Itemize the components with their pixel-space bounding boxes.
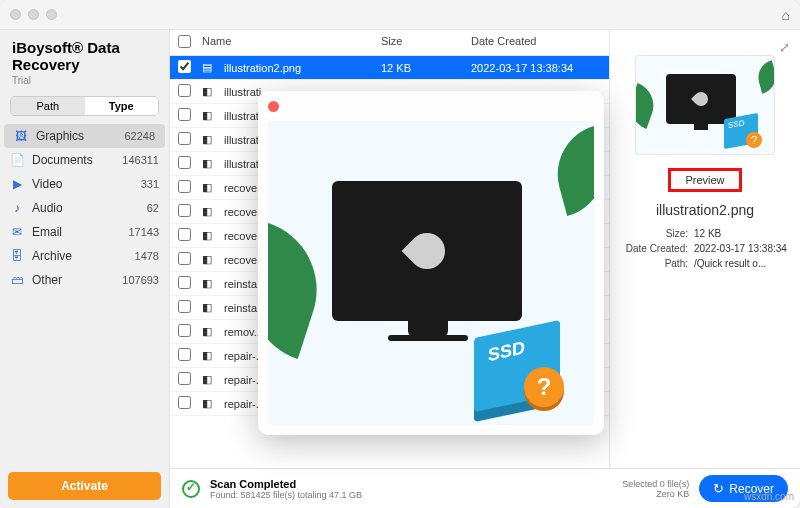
file-icon: ◧ <box>202 253 218 266</box>
preview-thumbnail: ? <box>635 55 775 155</box>
scan-complete-icon <box>182 480 200 498</box>
preview-date: 2022-03-17 13:38:34 <box>694 243 790 254</box>
row-checkbox[interactable] <box>178 348 191 361</box>
col-date[interactable]: Date Created <box>471 35 601 50</box>
preview-size: 12 KB <box>694 228 790 239</box>
home-icon[interactable]: ⌂ <box>782 7 790 23</box>
row-checkbox[interactable] <box>178 252 191 265</box>
preview-popup: SSD ? <box>258 91 604 435</box>
row-checkbox[interactable] <box>178 84 191 97</box>
sidebar-item-other[interactable]: 🗃Other107693 <box>0 268 169 292</box>
tab-type[interactable]: Type <box>85 97 159 115</box>
row-checkbox[interactable] <box>178 60 191 73</box>
row-checkbox[interactable] <box>178 204 191 217</box>
preview-path: /Quick result o... <box>694 258 790 269</box>
category-icon: ♪ <box>10 201 24 215</box>
scan-detail: Found: 581425 file(s) totaling 47.1 GB <box>210 490 362 500</box>
category-icon: ▶ <box>10 177 24 191</box>
file-icon: ▤ <box>202 61 218 74</box>
preview-button[interactable]: Preview <box>668 168 741 192</box>
row-checkbox[interactable] <box>178 132 191 145</box>
table-row[interactable]: ▤illustration2.png12 KB2022-03-17 13:38:… <box>170 56 609 80</box>
app-title: iBoysoft® Data Recovery <box>0 30 169 75</box>
row-checkbox[interactable] <box>178 396 191 409</box>
category-icon: 🖼 <box>14 129 28 143</box>
row-checkbox[interactable] <box>178 372 191 385</box>
activate-button[interactable]: Activate <box>8 472 161 500</box>
selected-size: Zero KB <box>622 489 689 499</box>
close-dot[interactable] <box>10 9 21 20</box>
thumbnail-open-icon[interactable]: ⤢ <box>779 40 790 55</box>
row-checkbox[interactable] <box>178 300 191 313</box>
selected-count: Selected 0 file(s) <box>622 479 689 489</box>
min-dot[interactable] <box>28 9 39 20</box>
sidebar-item-documents[interactable]: 📄Documents146311 <box>0 148 169 172</box>
col-size[interactable]: Size <box>381 35 471 50</box>
category-icon: 📄 <box>10 153 24 167</box>
file-icon: ◧ <box>202 109 218 122</box>
popup-close-icon[interactable] <box>268 101 279 112</box>
file-icon: ◧ <box>202 229 218 242</box>
select-all-checkbox[interactable] <box>178 35 191 48</box>
file-icon: ◧ <box>202 133 218 146</box>
sidebar-item-audio[interactable]: ♪Audio62 <box>0 196 169 220</box>
file-icon: ◧ <box>202 277 218 290</box>
sidebar-item-archive[interactable]: 🗄Archive1478 <box>0 244 169 268</box>
category-icon: 🗄 <box>10 249 24 263</box>
scan-status: Scan Completed <box>210 478 362 490</box>
file-icon: ◧ <box>202 157 218 170</box>
row-checkbox[interactable] <box>178 276 191 289</box>
file-icon: ◧ <box>202 205 218 218</box>
row-checkbox[interactable] <box>178 108 191 121</box>
watermark: wsxdn.com <box>744 491 794 502</box>
file-icon: ◧ <box>202 397 218 410</box>
row-checkbox[interactable] <box>178 156 191 169</box>
tab-path[interactable]: Path <box>11 97 85 115</box>
file-icon: ◧ <box>202 85 218 98</box>
edition-label: Trial <box>0 75 169 92</box>
sidebar-item-video[interactable]: ▶Video331 <box>0 172 169 196</box>
row-checkbox[interactable] <box>178 324 191 337</box>
file-icon: ◧ <box>202 181 218 194</box>
file-icon: ◧ <box>202 325 218 338</box>
preview-filename: illustration2.png <box>656 202 754 218</box>
file-icon: ◧ <box>202 301 218 314</box>
row-checkbox[interactable] <box>178 180 191 193</box>
sidebar-item-graphics[interactable]: 🖼Graphics62248 <box>4 124 165 148</box>
sidebar-item-email[interactable]: ✉Email17143 <box>0 220 169 244</box>
file-icon: ◧ <box>202 349 218 362</box>
row-checkbox[interactable] <box>178 228 191 241</box>
col-name[interactable]: Name <box>202 35 381 50</box>
category-icon: 🗃 <box>10 273 24 287</box>
category-icon: ✉ <box>10 225 24 239</box>
max-dot[interactable] <box>46 9 57 20</box>
file-icon: ◧ <box>202 373 218 386</box>
